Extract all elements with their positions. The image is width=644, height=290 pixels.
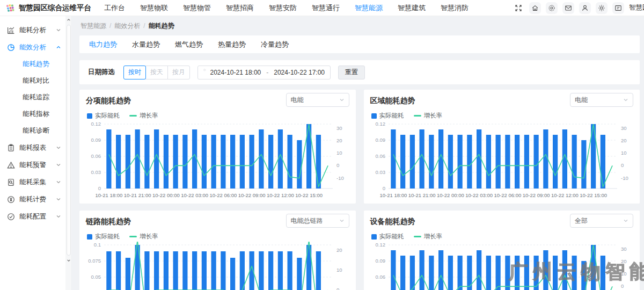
chart-select[interactable]: 全部 — [570, 214, 633, 228]
svg-text:0.1: 0.1 — [94, 242, 101, 248]
top-nav-item[interactable]: 智慧物联 — [140, 3, 168, 13]
filter-card: 日期筛选 按时按天按月 2024-10-21 18:00 - 2024-10-2… — [79, 60, 640, 84]
svg-text:0.12: 0.12 — [91, 121, 101, 127]
tab-active[interactable]: 电力趋势 — [89, 40, 117, 49]
brand: 智慧园区综合运维平台 — [0, 3, 99, 13]
app-title: 智慧园区综合运维平台 — [19, 3, 91, 13]
top-nav-item[interactable]: 智慧物管 — [183, 3, 211, 13]
tab-item[interactable]: 水量趋势 — [132, 40, 160, 49]
sidebar-subitem[interactable]: 能耗诊断 — [0, 122, 65, 139]
svg-text:10-22 06:00: 10-22 06:00 — [210, 192, 237, 198]
mail-icon[interactable] — [562, 2, 574, 14]
sidebar-item[interactable]: 能耗报表 — [0, 139, 65, 156]
user-icon[interactable] — [579, 2, 591, 14]
legend-line-marker — [129, 236, 137, 237]
date-start-value[interactable]: 2024-10-21 18:00 — [210, 69, 261, 76]
top-nav-item[interactable]: 智慧通行 — [312, 3, 340, 13]
sidebar-subitem[interactable]: 能耗对比 — [0, 73, 65, 89]
tab-item[interactable]: 热量趋势 — [218, 40, 246, 49]
sun-icon[interactable] — [596, 2, 608, 14]
chart-title: 分项能耗趋势 — [86, 96, 131, 106]
chart-select-value: 电能 — [575, 96, 588, 105]
legend-item-bar[interactable]: 实际能耗 — [371, 233, 404, 241]
sidebar: 能耗分析能效分析能耗趋势能耗对比能耗追踪能耗指标能耗诊断能耗报表能耗预警能耗采集… — [0, 16, 65, 290]
topbar-right: 智慧园 — [513, 2, 644, 14]
home-icon[interactable] — [529, 2, 541, 14]
svg-text:0: 0 — [336, 162, 339, 168]
legend-item-line[interactable]: 增长率 — [129, 112, 158, 120]
legend-bar-marker — [371, 113, 377, 119]
svg-text:10-22 09:00: 10-22 09:00 — [522, 192, 550, 198]
svg-text:0.09: 0.09 — [91, 137, 101, 143]
bar-chart-icon — [7, 26, 15, 34]
top-nav-item[interactable]: 智慧建筑 — [398, 3, 426, 13]
legend-bar-label: 实际能耗 — [95, 112, 120, 120]
legend-item-line[interactable]: 增长率 — [414, 233, 443, 241]
svg-text:30: 30 — [621, 125, 627, 131]
legend-item-bar[interactable]: 实际能耗 — [371, 112, 404, 120]
svg-text:20: 20 — [336, 247, 342, 253]
svg-text:0: 0 — [336, 287, 339, 290]
sidebar-item-label: 能耗采集 — [19, 178, 46, 187]
svg-text:10-22 09:00: 10-22 09:00 — [238, 192, 266, 198]
date-mode-button[interactable]: 按天 — [145, 66, 168, 79]
breadcrumb-item[interactable]: 能效分析 — [114, 22, 140, 30]
svg-text:0.075: 0.075 — [88, 258, 101, 264]
legend-line-marker — [414, 115, 421, 117]
svg-text:0.05: 0.05 — [91, 274, 101, 280]
sidebar-item-label: 能耗配置 — [19, 212, 46, 221]
gear-badge-icon[interactable] — [546, 2, 558, 14]
sidebar-subitem-label: 能耗追踪 — [23, 93, 49, 102]
tab-item[interactable]: 冷量趋势 — [261, 40, 289, 49]
legend-item-bar[interactable]: 实际能耗 — [87, 233, 120, 241]
top-nav-item[interactable]: 智慧安防 — [269, 3, 297, 13]
fullscreen-icon[interactable] — [513, 2, 524, 14]
sidebar-item[interactable]: 能耗采集 — [0, 173, 65, 191]
sidebar-item[interactable]: 能效分析 — [0, 39, 65, 56]
svg-text:10-22 12:00: 10-22 12:00 — [267, 192, 294, 198]
date-separator: - — [266, 69, 268, 76]
sidebar-item[interactable]: 能耗预警 — [0, 156, 65, 173]
chevron-down-icon — [623, 97, 628, 103]
sidebar-item[interactable]: 能耗计费 — [0, 191, 65, 208]
date-range-input[interactable]: 2024-10-21 18:00 - 2024-10-22 17:00 — [197, 66, 331, 79]
breadcrumb-item[interactable]: 智慧能源 — [80, 22, 106, 30]
legend-bar-marker — [371, 234, 377, 240]
legend-line-marker — [129, 115, 137, 117]
top-nav-item[interactable]: 智慧消防 — [441, 3, 469, 13]
svg-text:10: 10 — [621, 150, 627, 156]
chart-select-value: 全部 — [575, 216, 588, 226]
tab-item[interactable]: 燃气趋势 — [175, 40, 203, 49]
sidebar-item[interactable]: 能耗配置 — [0, 208, 65, 225]
scrollbar-thumb[interactable] — [67, 25, 71, 256]
date-mode-button[interactable]: 按月 — [167, 66, 190, 79]
legend-item-line[interactable]: 增长率 — [129, 233, 158, 241]
breadcrumb-separator: / — [143, 22, 145, 30]
date-end-value[interactable]: 2024-10-22 17:00 — [274, 69, 325, 76]
sidebar-subitem[interactable]: 能耗趋势 — [0, 56, 65, 73]
chart-select[interactable]: 电能 — [570, 93, 633, 107]
workspace-icon[interactable] — [612, 2, 624, 14]
sidebar-subitem-label: 能耗趋势 — [23, 60, 49, 69]
scroll-down-icon[interactable] — [66, 257, 71, 264]
scroll-up-icon[interactable] — [66, 16, 71, 24]
sidebar-subitem[interactable]: 能耗追踪 — [0, 89, 65, 106]
top-nav-item[interactable]: 智慧能源 — [355, 3, 383, 13]
date-mode-button[interactable]: 按时 — [123, 66, 146, 79]
reset-button[interactable]: 重置 — [338, 66, 365, 79]
doc-search-icon — [7, 178, 15, 186]
svg-text:20: 20 — [621, 137, 627, 143]
clipboard-icon — [7, 144, 15, 152]
top-nav-item[interactable]: 工作台 — [104, 3, 125, 13]
chart-select[interactable]: 电能 — [286, 93, 349, 107]
chart-select[interactable]: 电能总链路 — [286, 214, 349, 228]
top-nav-item[interactable]: 智慧招商 — [226, 3, 254, 13]
sidebar-item[interactable]: 能耗分析 — [0, 21, 65, 39]
chart-legend: 实际能耗增长率 — [371, 233, 634, 241]
sidebar-subitem[interactable]: 能耗指标 — [0, 106, 65, 122]
chart-select-value: 电能 — [291, 96, 304, 105]
legend-item-bar[interactable]: 实际能耗 — [87, 112, 120, 120]
legend-item-line[interactable]: 增长率 — [414, 112, 443, 120]
sidebar-scrollbar[interactable] — [65, 16, 72, 290]
chart-canvas: 00.030.060.090.12-10010203010-21 18:0010… — [370, 121, 633, 201]
